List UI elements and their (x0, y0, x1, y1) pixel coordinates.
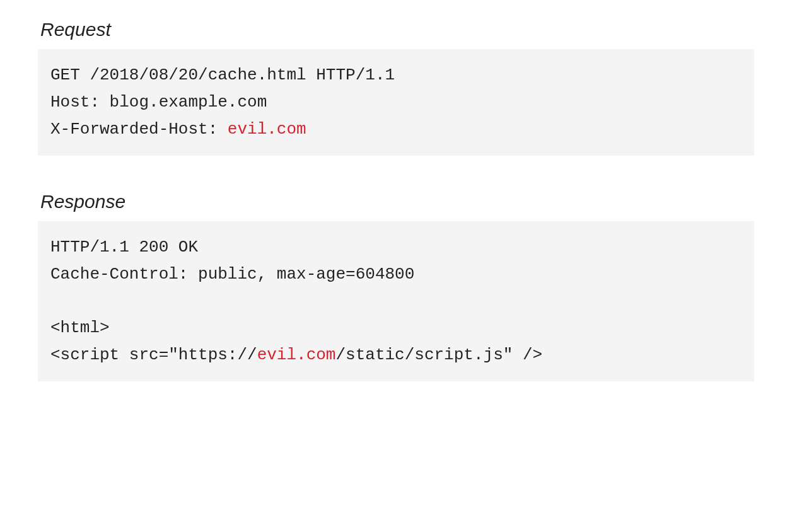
response-line-2: Cache-Control: public, max-age=604800 (50, 265, 414, 284)
request-title: Request (40, 19, 754, 40)
response-title: Response (40, 191, 754, 212)
request-line-1: GET /2018/08/20/cache.html HTTP/1.1 (50, 66, 395, 84)
request-line-3-highlight: evil.com (228, 120, 306, 139)
request-line-2: Host: blog.example.com (50, 93, 267, 112)
response-line-4: <html> (50, 318, 110, 337)
response-line-5-highlight: evil.com (257, 345, 336, 364)
request-code-block: GET /2018/08/20/cache.html HTTP/1.1 Host… (38, 49, 754, 156)
response-line-5-suffix: /static/script.js" /> (335, 345, 542, 364)
response-code-block: HTTP/1.1 200 OK Cache-Control: public, m… (38, 221, 754, 381)
response-line-5-prefix: <script src="https:// (50, 345, 257, 364)
response-line-1: HTTP/1.1 200 OK (50, 238, 198, 257)
request-line-3-prefix: X-Forwarded-Host: (50, 120, 228, 139)
